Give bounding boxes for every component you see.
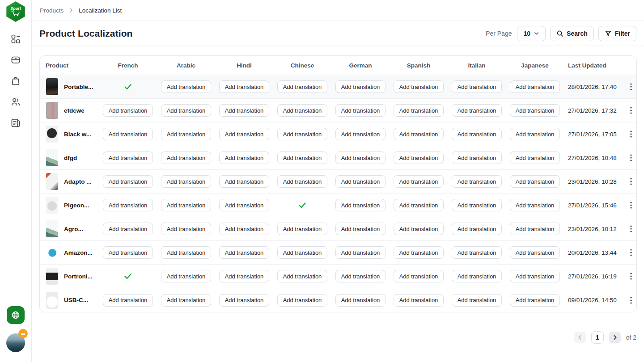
per-page-select[interactable]: 10 — [517, 26, 546, 41]
row-actions-kebab-icon[interactable] — [627, 271, 636, 282]
add-translation-button[interactable]: Add translation — [103, 175, 153, 188]
add-translation-button[interactable]: Add translation — [277, 80, 328, 93]
filter-button[interactable]: Filter — [598, 26, 636, 41]
add-translation-button[interactable]: Add translation — [394, 152, 444, 164]
search-button[interactable]: Search — [550, 26, 594, 41]
add-translation-button[interactable]: Add translation — [103, 104, 153, 117]
add-translation-button[interactable]: Add translation — [103, 199, 153, 211]
add-translation-button[interactable]: Add translation — [452, 175, 502, 188]
add-translation-button[interactable]: Add translation — [452, 246, 502, 259]
add-translation-button[interactable]: Add translation — [161, 223, 212, 235]
add-translation-button[interactable]: Add translation — [452, 270, 502, 282]
add-translation-button[interactable]: Add translation — [161, 104, 212, 117]
add-translation-button[interactable]: Add translation — [219, 175, 270, 188]
add-translation-button[interactable]: Add translation — [394, 294, 444, 307]
add-translation-button[interactable]: Add translation — [452, 104, 502, 117]
add-translation-button[interactable]: Add translation — [510, 246, 560, 259]
add-translation-button[interactable]: Add translation — [161, 199, 212, 211]
add-translation-button[interactable]: Add translation — [335, 246, 386, 259]
row-actions-kebab-icon[interactable] — [627, 129, 636, 139]
sidebar-item-orders[interactable] — [8, 55, 24, 65]
add-translation-button[interactable]: Add translation — [161, 128, 212, 140]
row-actions-kebab-icon[interactable] — [627, 105, 636, 116]
row-actions-kebab-icon[interactable] — [627, 81, 636, 92]
previous-page-button[interactable] — [574, 332, 586, 343]
add-translation-button[interactable]: Add translation — [335, 128, 386, 140]
add-translation-button[interactable]: Add translation — [277, 246, 328, 259]
add-translation-button[interactable]: Add translation — [219, 104, 270, 117]
add-translation-button[interactable]: Add translation — [335, 223, 386, 235]
sidebar-item-products[interactable] — [8, 76, 24, 86]
row-actions-kebab-icon[interactable] — [627, 295, 636, 306]
add-translation-button[interactable]: Add translation — [219, 152, 270, 164]
add-translation-button[interactable]: Add translation — [103, 128, 153, 140]
add-translation-button[interactable]: Add translation — [103, 223, 153, 235]
current-page-button[interactable]: 1 — [591, 331, 604, 344]
add-translation-button[interactable]: Add translation — [103, 246, 153, 259]
add-translation-button[interactable]: Add translation — [335, 152, 386, 164]
sidebar-item-reports[interactable] — [8, 118, 24, 128]
add-translation-button[interactable]: Add translation — [277, 223, 328, 235]
add-translation-button[interactable]: Add translation — [452, 199, 502, 211]
row-actions-kebab-icon[interactable] — [627, 152, 636, 163]
add-translation-button[interactable]: Add translation — [394, 175, 444, 188]
add-translation-button[interactable]: Add translation — [394, 104, 444, 117]
add-translation-button[interactable]: Add translation — [510, 104, 560, 117]
add-translation-button[interactable]: Add translation — [510, 80, 560, 93]
add-translation-button[interactable]: Add translation — [452, 152, 502, 164]
add-translation-button[interactable]: Add translation — [335, 294, 386, 307]
add-translation-button[interactable]: Add translation — [510, 294, 560, 307]
row-actions-kebab-icon[interactable] — [627, 247, 636, 258]
add-translation-button[interactable]: Add translation — [219, 270, 270, 282]
add-translation-button[interactable]: Add translation — [277, 294, 328, 307]
sidebar-item-dashboard[interactable] — [8, 34, 24, 44]
next-page-button[interactable] — [609, 332, 621, 343]
app-logo[interactable]: Spurt — [5, 1, 26, 22]
row-actions-kebab-icon[interactable] — [627, 176, 636, 187]
add-translation-button[interactable]: Add translation — [394, 270, 444, 282]
add-translation-button[interactable]: Add translation — [510, 152, 560, 164]
add-translation-button[interactable]: Add translation — [510, 199, 560, 211]
add-translation-button[interactable]: Add translation — [219, 199, 270, 211]
add-translation-button[interactable]: Add translation — [394, 246, 444, 259]
add-translation-button[interactable]: Add translation — [394, 80, 444, 93]
add-translation-button[interactable]: Add translation — [277, 128, 328, 140]
add-translation-button[interactable]: Add translation — [452, 294, 502, 307]
add-translation-button[interactable]: Add translation — [219, 246, 270, 259]
add-translation-button[interactable]: Add translation — [219, 223, 270, 235]
user-avatar[interactable] — [6, 333, 25, 352]
row-actions-kebab-icon[interactable] — [627, 200, 636, 210]
add-translation-button[interactable]: Add translation — [335, 175, 386, 188]
add-translation-button[interactable]: Add translation — [161, 246, 212, 259]
add-translation-button[interactable]: Add translation — [510, 175, 560, 188]
add-translation-button[interactable]: Add translation — [161, 80, 212, 93]
add-translation-button[interactable]: Add translation — [394, 199, 444, 211]
add-translation-button[interactable]: Add translation — [394, 128, 444, 140]
add-translation-button[interactable]: Add translation — [510, 270, 560, 282]
add-translation-button[interactable]: Add translation — [510, 223, 560, 235]
add-translation-button[interactable]: Add translation — [335, 270, 386, 282]
row-actions-kebab-icon[interactable] — [627, 223, 636, 234]
add-translation-button[interactable]: Add translation — [510, 128, 560, 140]
add-translation-button[interactable]: Add translation — [219, 294, 270, 307]
breadcrumb-products[interactable]: Products — [40, 7, 64, 14]
add-translation-button[interactable]: Add translation — [394, 223, 444, 235]
add-translation-button[interactable]: Add translation — [277, 175, 328, 188]
add-translation-button[interactable]: Add translation — [219, 80, 270, 93]
add-translation-button[interactable]: Add translation — [452, 223, 502, 235]
add-translation-button[interactable]: Add translation — [335, 80, 386, 93]
add-translation-button[interactable]: Add translation — [219, 128, 270, 140]
add-translation-button[interactable]: Add translation — [161, 270, 212, 282]
language-button[interactable] — [7, 306, 25, 324]
add-translation-button[interactable]: Add translation — [277, 152, 328, 164]
add-translation-button[interactable]: Add translation — [335, 104, 386, 117]
sidebar-item-customers[interactable] — [8, 97, 24, 107]
add-translation-button[interactable]: Add translation — [277, 104, 328, 117]
add-translation-button[interactable]: Add translation — [161, 175, 212, 188]
add-translation-button[interactable]: Add translation — [452, 128, 502, 140]
add-translation-button[interactable]: Add translation — [161, 152, 212, 164]
add-translation-button[interactable]: Add translation — [277, 270, 328, 282]
add-translation-button[interactable]: Add translation — [161, 294, 212, 307]
add-translation-button[interactable]: Add translation — [452, 80, 502, 93]
add-translation-button[interactable]: Add translation — [103, 152, 153, 164]
